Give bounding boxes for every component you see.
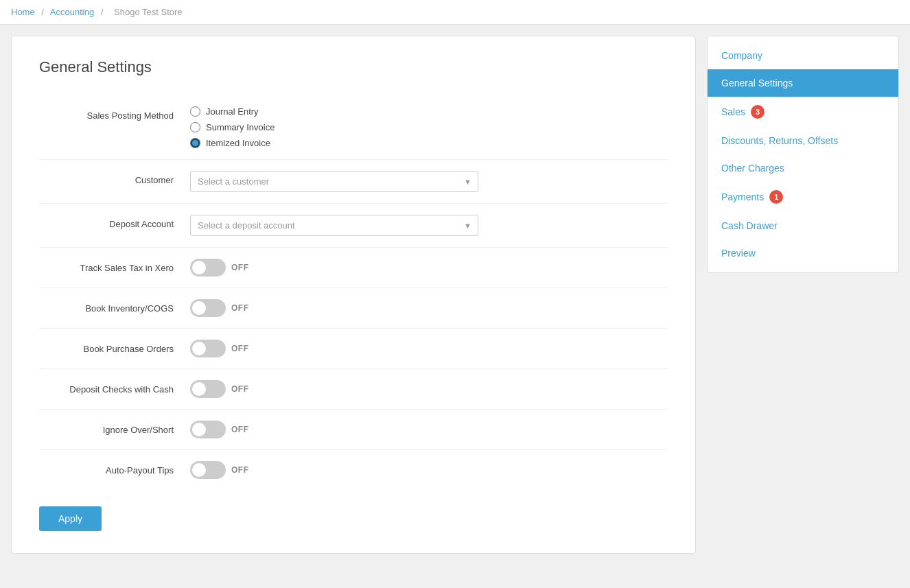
auto-payout-tips-row: Auto-Payout Tips OFF — [39, 450, 668, 490]
auto-payout-tips-label: Auto-Payout Tips — [39, 461, 190, 475]
auto-payout-tips-toggle-wrapper: OFF — [190, 461, 668, 479]
payments-badge: 1 — [769, 190, 783, 204]
sidebar-item-sales[interactable]: Sales 3 — [708, 97, 898, 127]
auto-payout-tips-control: OFF — [190, 461, 668, 479]
auto-payout-tips-toggle[interactable] — [190, 461, 226, 479]
book-inventory-toggle[interactable] — [190, 299, 226, 317]
sidebar-item-other-charges[interactable]: Other Charges — [708, 154, 898, 182]
radio-itemized-invoice-input[interactable] — [190, 138, 200, 148]
sidebar-item-general-settings-label: General Settings — [721, 78, 793, 89]
book-inventory-toggle-wrapper: OFF — [190, 299, 668, 317]
toggle-slider-6 — [190, 461, 226, 479]
ignore-over-short-off-label: OFF — [231, 425, 249, 434]
book-purchase-orders-toggle-wrapper: OFF — [190, 340, 668, 357]
ignore-over-short-control: OFF — [190, 421, 668, 438]
customer-select-wrapper: Select a customer ▼ — [190, 171, 478, 192]
track-sales-tax-row: Track Sales Tax in Xero OFF — [39, 248, 668, 288]
radio-summary-invoice-input[interactable] — [190, 122, 200, 132]
sidebar-item-other-charges-label: Other Charges — [721, 163, 784, 174]
ignore-over-short-row: Ignore Over/Short OFF — [39, 410, 668, 450]
auto-payout-tips-off-label: OFF — [231, 465, 249, 475]
page-title: General Settings — [39, 58, 668, 76]
deposit-account-control: Select a deposit account ▼ — [190, 215, 668, 236]
radio-journal-entry-label: Journal Entry — [206, 106, 259, 117]
toggle-slider-4 — [190, 380, 226, 398]
book-inventory-control: OFF — [190, 299, 668, 317]
customer-label: Customer — [39, 171, 190, 185]
radio-group: Journal Entry Summary Invoice Itemized I… — [190, 106, 668, 148]
breadcrumb-accounting[interactable]: Accounting — [50, 7, 94, 17]
sidebar-item-payments-label: Payments — [721, 191, 764, 202]
deposit-checks-control: OFF — [190, 380, 668, 398]
sidebar-item-cash-drawer-label: Cash Drawer — [721, 220, 778, 231]
book-purchase-orders-off-label: OFF — [231, 344, 249, 353]
sidebar-item-company-label: Company — [721, 50, 762, 61]
radio-journal-entry[interactable]: Journal Entry — [190, 106, 668, 117]
book-purchase-orders-toggle[interactable] — [190, 340, 226, 357]
sales-posting-method-row: Sales Posting Method Journal Entry Summa… — [39, 95, 668, 160]
book-purchase-orders-row: Book Purchase Orders OFF — [39, 329, 668, 369]
toggle-slider-3 — [190, 340, 226, 357]
customer-select[interactable]: Select a customer — [190, 171, 478, 192]
sidebar-item-discounts-label: Discounts, Returns, Offsets — [721, 135, 838, 146]
track-sales-tax-label: Track Sales Tax in Xero — [39, 259, 190, 273]
sidebar-item-sales-label: Sales — [721, 106, 745, 117]
deposit-checks-label: Deposit Checks with Cash — [39, 380, 190, 395]
sidebar-item-preview[interactable]: Preview — [708, 239, 898, 267]
book-inventory-row: Book Inventory/COGS OFF — [39, 288, 668, 329]
breadcrumb: Home / Accounting / Shogo Test Store — [0, 0, 910, 25]
track-sales-tax-toggle[interactable] — [190, 259, 226, 277]
deposit-checks-toggle-wrapper: OFF — [190, 380, 668, 398]
deposit-checks-off-label: OFF — [231, 384, 249, 394]
deposit-account-row: Deposit Account Select a deposit account… — [39, 204, 668, 248]
customer-control: Select a customer ▼ — [190, 171, 668, 192]
ignore-over-short-toggle[interactable] — [190, 421, 226, 438]
apply-button[interactable]: Apply — [39, 506, 102, 531]
customer-row: Customer Select a customer ▼ — [39, 160, 668, 204]
toggle-slider-2 — [190, 299, 226, 317]
radio-itemized-invoice-label: Itemized Invoice — [206, 138, 270, 148]
deposit-account-select-wrapper: Select a deposit account ▼ — [190, 215, 478, 236]
ignore-over-short-toggle-wrapper: OFF — [190, 421, 668, 438]
sales-badge: 3 — [751, 105, 765, 119]
radio-journal-entry-input[interactable] — [190, 106, 200, 117]
deposit-checks-toggle[interactable] — [190, 380, 226, 398]
sidebar-item-cash-drawer[interactable]: Cash Drawer — [708, 212, 898, 239]
sidebar: Company General Settings Sales 3 Discoun… — [707, 36, 899, 273]
track-sales-tax-control: OFF — [190, 259, 668, 277]
breadcrumb-store: Shogo Test Store — [114, 7, 183, 17]
sales-posting-method-control: Journal Entry Summary Invoice Itemized I… — [190, 106, 668, 148]
sales-posting-method-label: Sales Posting Method — [39, 106, 190, 121]
sidebar-item-general-settings[interactable]: General Settings — [708, 69, 898, 97]
ignore-over-short-label: Ignore Over/Short — [39, 421, 190, 435]
book-purchase-orders-control: OFF — [190, 340, 668, 357]
deposit-account-label: Deposit Account — [39, 215, 190, 229]
book-purchase-orders-label: Book Purchase Orders — [39, 340, 190, 354]
radio-summary-invoice-label: Summary Invoice — [206, 122, 275, 132]
content-panel: General Settings Sales Posting Method Jo… — [11, 36, 696, 554]
radio-summary-invoice[interactable]: Summary Invoice — [190, 122, 668, 132]
toggle-slider-5 — [190, 421, 226, 438]
book-inventory-off-label: OFF — [231, 303, 249, 313]
sidebar-item-preview-label: Preview — [721, 248, 756, 259]
track-sales-tax-off-label: OFF — [231, 263, 249, 272]
track-sales-tax-toggle-wrapper: OFF — [190, 259, 668, 277]
breadcrumb-home[interactable]: Home — [11, 7, 35, 17]
book-inventory-label: Book Inventory/COGS — [39, 299, 190, 314]
sidebar-item-company[interactable]: Company — [708, 42, 898, 69]
deposit-checks-row: Deposit Checks with Cash OFF — [39, 369, 668, 410]
toggle-slider — [190, 259, 226, 277]
deposit-account-select[interactable]: Select a deposit account — [190, 215, 478, 236]
radio-itemized-invoice[interactable]: Itemized Invoice — [190, 138, 668, 148]
sidebar-item-payments[interactable]: Payments 1 — [708, 182, 898, 212]
sidebar-item-discounts[interactable]: Discounts, Returns, Offsets — [708, 127, 898, 154]
